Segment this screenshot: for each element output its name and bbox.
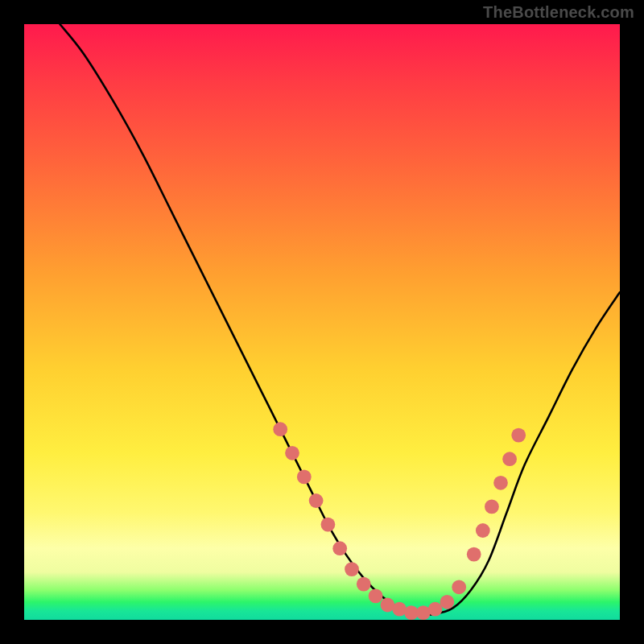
canvas: TheBottleneck.com — [0, 0, 644, 644]
chart-overlay-svg — [24, 24, 620, 620]
chart-curve — [60, 24, 620, 615]
chart-marker-dot — [511, 428, 526, 443]
chart-marker-dot — [345, 562, 359, 576]
chart-marker-dot — [309, 493, 324, 508]
chart-marker-dot — [502, 452, 517, 466]
chart-marker-dot — [357, 577, 371, 592]
chart-marker-dot — [321, 518, 336, 532]
chart-marker-dot — [369, 589, 383, 604]
chart-marker-dot — [493, 476, 508, 490]
chart-marker-dot — [452, 580, 466, 594]
chart-marker-dot — [297, 470, 312, 485]
chart-marker-dot — [428, 602, 443, 617]
chart-marker-dot — [467, 547, 481, 562]
chart-marker-dot — [440, 595, 455, 609]
chart-marker-dot — [332, 541, 347, 555]
chart-markers — [273, 422, 526, 620]
chart-marker-dot — [273, 422, 287, 436]
chart-plot-area — [24, 24, 620, 620]
chart-marker-dot — [285, 446, 299, 460]
chart-marker-dot — [485, 500, 499, 514]
watermark-text: TheBottleneck.com — [483, 3, 634, 22]
chart-marker-dot — [476, 523, 490, 538]
